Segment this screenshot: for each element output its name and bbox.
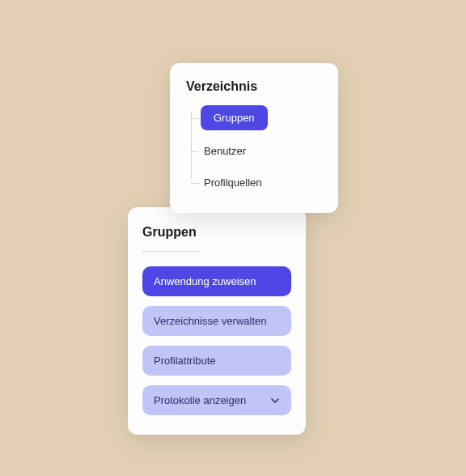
button-label: Anwendung zuweisen	[154, 275, 256, 287]
tree-item-profilquellen[interactable]: Profilquellen	[201, 172, 322, 193]
button-label: Verzeichnisse verwalten	[154, 315, 266, 327]
divider	[142, 251, 199, 252]
chevron-down-icon	[270, 396, 280, 406]
groups-title: Gruppen	[142, 225, 291, 240]
button-label: Protokolle anzeigen	[154, 394, 246, 406]
tree-item-gruppen[interactable]: Gruppen	[201, 105, 322, 130]
show-logs-button[interactable]: Protokolle anzeigen	[142, 385, 291, 415]
manage-directories-button[interactable]: Verzeichnisse verwalten	[142, 306, 291, 336]
directory-tree: Gruppen Benutzer Profilquellen	[186, 105, 322, 193]
tree-label: Benutzer	[201, 140, 249, 162]
assign-application-button[interactable]: Anwendung zuweisen	[142, 266, 291, 296]
tree-label: Gruppen	[201, 105, 268, 130]
directory-panel: Verzeichnis Gruppen Benutzer Profilquell…	[170, 63, 338, 213]
button-label: Profilattribute	[154, 355, 216, 367]
profile-attributes-button[interactable]: Profilattribute	[142, 346, 291, 376]
tree-item-benutzer[interactable]: Benutzer	[201, 140, 322, 162]
groups-panel: Gruppen Anwendung zuweisen Verzeichnisse…	[128, 207, 306, 435]
tree-label: Profilquellen	[201, 172, 265, 193]
directory-title: Verzeichnis	[186, 79, 322, 94]
